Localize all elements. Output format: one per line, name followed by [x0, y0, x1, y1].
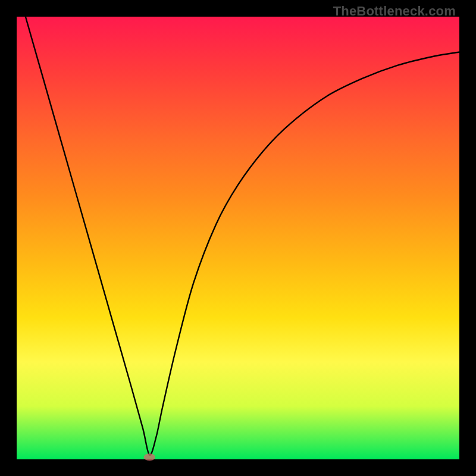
- minimum-marker: [144, 453, 155, 461]
- curve-line: [26, 17, 459, 455]
- line-chart: [17, 17, 459, 459]
